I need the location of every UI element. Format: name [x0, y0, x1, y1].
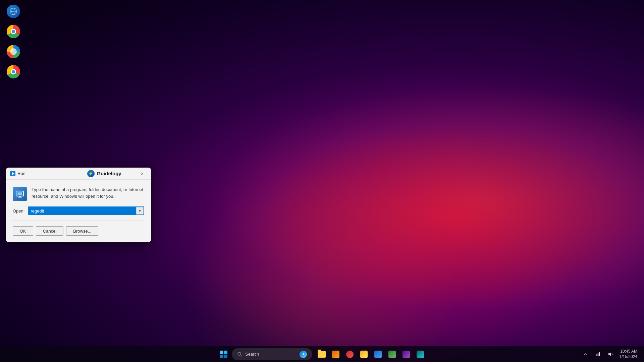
- monitor-icon: [15, 189, 24, 199]
- svg-rect-15: [599, 352, 600, 356]
- taskbar-file-explorer[interactable]: [315, 348, 328, 361]
- tray-volume-icon[interactable]: [605, 349, 616, 360]
- dialog-browse-button[interactable]: Browse...: [66, 226, 98, 236]
- taskbar-icon-purple[interactable]: [399, 348, 413, 361]
- taskbar-ai-icon[interactable]: ✦: [300, 351, 307, 358]
- desktop-icon-globe-colorful[interactable]: [3, 44, 23, 60]
- run-dialog: Run ⚡ Guidelogy ×: [6, 168, 151, 242]
- dialog-description-text: Type the name of a program, folder, docu…: [32, 186, 144, 199]
- dialog-separator: [13, 221, 144, 221]
- svg-rect-10: [17, 192, 22, 195]
- red-app-icon: [346, 351, 354, 358]
- dialog-dropdown-button[interactable]: ▼: [136, 207, 144, 215]
- purple-app-icon: [402, 351, 410, 358]
- run-icon: [10, 171, 15, 176]
- yellow-app-icon: [360, 351, 368, 358]
- blue-app-icon: [374, 351, 382, 358]
- dialog-ok-button[interactable]: OK: [13, 226, 33, 236]
- svg-line-12: [240, 355, 242, 356]
- tray-network-icon[interactable]: [593, 349, 603, 360]
- svg-rect-8: [18, 197, 22, 198]
- chrome-icon-2: [7, 65, 20, 78]
- dialog-brand: ⚡ Guidelogy: [74, 170, 135, 177]
- dialog-open-input[interactable]: [28, 206, 144, 215]
- dialog-cancel-button[interactable]: Cancel: [36, 226, 63, 236]
- taskbar-icon-red[interactable]: [343, 348, 357, 361]
- taskbar-system-tray: 10:45 AM 1/15/2024: [580, 349, 639, 360]
- taskbar-app-icons: [315, 348, 427, 361]
- taskbar-icon-teal[interactable]: [414, 348, 427, 361]
- file-explorer-icon: [318, 351, 326, 358]
- dialog-open-row: Open: ▼: [13, 206, 144, 215]
- taskbar-clock[interactable]: 10:45 AM 1/15/2024: [618, 349, 639, 359]
- svg-rect-13: [596, 354, 597, 356]
- dialog-run-icon: [13, 187, 27, 201]
- taskbar-search-text: Search: [245, 352, 259, 357]
- globe-icon-1: [9, 7, 17, 15]
- desktop-icon-chrome-2[interactable]: [3, 64, 23, 80]
- teal-app-icon: [417, 351, 424, 358]
- dialog-title-left: Run: [10, 171, 71, 176]
- taskbar-icon-orange[interactable]: [329, 348, 342, 361]
- dialog-form: Open: ▼ OK Cancel Browse...: [6, 206, 151, 242]
- taskbar-search-icon: [237, 352, 243, 357]
- taskbar-date: 1/15/2024: [620, 354, 637, 360]
- taskbar-time: 10:45 AM: [620, 349, 637, 354]
- taskbar-icon-green[interactable]: [385, 348, 399, 361]
- dialog-titlebar: Run ⚡ Guidelogy ×: [6, 168, 151, 180]
- taskbar-icon-yellow[interactable]: [357, 348, 371, 361]
- dialog-close-button[interactable]: ×: [138, 169, 147, 178]
- dialog-body: Type the name of a program, folder, docu…: [6, 180, 151, 206]
- brand-logo-icon: ⚡: [87, 170, 95, 177]
- network-icon: [595, 352, 601, 357]
- windows-logo-icon: [220, 351, 227, 358]
- dialog-input-container: ▼: [28, 206, 144, 215]
- taskbar-center-area: Search ✦: [217, 348, 427, 361]
- desktop-icons-area: [0, 0, 27, 80]
- orange-app-icon: [332, 351, 339, 358]
- desktop: Run ⚡ Guidelogy ×: [0, 0, 644, 362]
- svg-marker-16: [608, 352, 611, 356]
- chrome-icon-1: [7, 25, 20, 38]
- taskbar-icon-blue[interactable]: [371, 348, 385, 361]
- svg-rect-14: [597, 353, 598, 356]
- tray-chevron-icon[interactable]: [580, 349, 591, 360]
- dialog-open-label: Open:: [13, 208, 24, 214]
- green-app-icon: [388, 351, 396, 358]
- volume-icon: [608, 352, 613, 357]
- taskbar: Search ✦: [0, 346, 644, 362]
- desktop-icon-1[interactable]: [3, 3, 23, 19]
- chevron-up-icon: [584, 353, 587, 356]
- brand-name-label: Guidelogy: [97, 171, 121, 176]
- start-button[interactable]: [217, 348, 230, 361]
- desktop-icon-chrome-1[interactable]: [3, 23, 23, 40]
- taskbar-search-bar[interactable]: Search ✦: [232, 348, 312, 360]
- dialog-buttons: OK Cancel Browse...: [13, 226, 144, 236]
- dialog-run-title: Run: [17, 171, 71, 176]
